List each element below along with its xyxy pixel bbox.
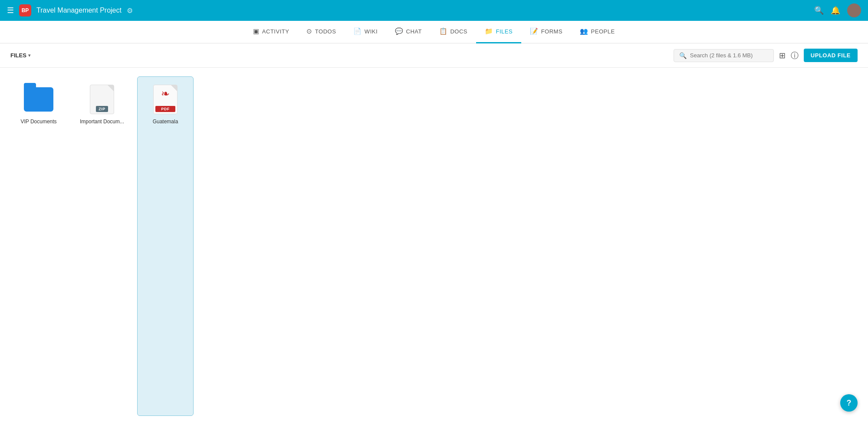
files-grid: VIP Documents ZIP Important Docum... ❧ P… bbox=[0, 68, 868, 422]
folder-shape bbox=[24, 87, 53, 112]
nav-label-files: FILES bbox=[496, 28, 513, 35]
nav-item-wiki[interactable]: 📄 WIKI bbox=[345, 21, 386, 43]
zip-badge: ZIP bbox=[96, 106, 108, 112]
search-icon: 🔍 bbox=[679, 52, 687, 59]
file-card-important-documents[interactable]: ZIP Important Docum... bbox=[74, 76, 130, 416]
topbar-left: ☰ BP Travel Management Project ⚙ bbox=[7, 4, 133, 16]
files-header: FILES ▾ 🔍 ⊞ ⓘ UPLOAD FILE bbox=[0, 43, 868, 68]
nav-label-wiki: WIKI bbox=[365, 28, 378, 35]
gear-icon[interactable]: ⚙ bbox=[127, 7, 133, 15]
nav-item-todos[interactable]: ⊙ TODOS bbox=[298, 21, 345, 43]
nav-item-people[interactable]: 👥 PEOPLE bbox=[571, 21, 624, 43]
avatar[interactable] bbox=[847, 3, 861, 17]
pdf-icon-shape: ❧ PDF bbox=[153, 85, 178, 114]
secondary-nav: ▣ ACTIVITY ⊙ TODOS 📄 WIKI 💬 CHAT 📋 DOCS … bbox=[0, 21, 868, 43]
file-name-guatemala: Guatemala bbox=[153, 119, 178, 125]
people-icon: 👥 bbox=[580, 27, 589, 35]
topbar: ☰ BP Travel Management Project ⚙ 🔍 🔔 bbox=[0, 0, 868, 21]
search-topbar-icon[interactable]: 🔍 bbox=[814, 6, 824, 15]
project-title: Travel Management Project bbox=[36, 7, 122, 14]
nav-label-forms: FORMS bbox=[541, 28, 562, 35]
upload-file-button[interactable]: UPLOAD FILE bbox=[804, 49, 858, 62]
file-name-vip: VIP Documents bbox=[20, 119, 56, 125]
nav-label-todos: TODOS bbox=[315, 28, 336, 35]
wiki-icon: 📄 bbox=[353, 27, 362, 35]
grid-view-icon[interactable]: ⊞ bbox=[779, 51, 786, 60]
nav-item-forms[interactable]: 📝 FORMS bbox=[521, 21, 571, 43]
nav-item-files[interactable]: 📁 FILES bbox=[476, 21, 521, 43]
file-card-guatemala[interactable]: ❧ PDF Guatemala bbox=[137, 76, 194, 416]
chat-icon: 💬 bbox=[395, 27, 404, 35]
breadcrumb-label: FILES bbox=[10, 52, 26, 59]
pdf-acrobat-icon: ❧ bbox=[161, 89, 170, 99]
help-button[interactable]: ? bbox=[840, 394, 858, 412]
folder-icon-vip bbox=[23, 84, 54, 115]
nav-item-chat[interactable]: 💬 CHAT bbox=[386, 21, 431, 43]
pdf-file-icon: ❧ PDF bbox=[150, 84, 181, 115]
search-bar[interactable]: 🔍 bbox=[674, 49, 774, 62]
file-name-important: Important Docum... bbox=[80, 119, 124, 125]
hamburger-icon[interactable]: ☰ bbox=[7, 6, 14, 15]
nav-label-activity: ACTIVITY bbox=[262, 28, 289, 35]
zip-file-icon: ZIP bbox=[86, 84, 118, 115]
pdf-badge: PDF bbox=[155, 106, 175, 112]
nav-label-people: PEOPLE bbox=[591, 28, 615, 35]
app-logo: BP bbox=[19, 4, 31, 16]
breadcrumb[interactable]: FILES ▾ bbox=[10, 52, 30, 59]
info-icon[interactable]: ⓘ bbox=[791, 50, 799, 61]
docs-icon: 📋 bbox=[439, 27, 448, 35]
nav-item-activity[interactable]: ▣ ACTIVITY bbox=[244, 21, 298, 43]
bell-icon[interactable]: 🔔 bbox=[831, 6, 840, 15]
search-input[interactable] bbox=[690, 52, 768, 59]
forms-icon: 📝 bbox=[530, 27, 539, 35]
activity-icon: ▣ bbox=[253, 27, 260, 35]
files-icon: 📁 bbox=[485, 27, 493, 35]
nav-item-docs[interactable]: 📋 DOCS bbox=[431, 21, 476, 43]
nav-label-chat: CHAT bbox=[406, 28, 422, 35]
zip-icon-shape: ZIP bbox=[90, 85, 114, 114]
topbar-right: 🔍 🔔 bbox=[814, 3, 861, 17]
todos-icon: ⊙ bbox=[306, 27, 312, 35]
nav-label-docs: DOCS bbox=[450, 28, 467, 35]
file-card-vip-documents[interactable]: VIP Documents bbox=[10, 76, 67, 416]
chevron-down-icon: ▾ bbox=[28, 53, 30, 58]
files-actions: 🔍 ⊞ ⓘ UPLOAD FILE bbox=[674, 49, 858, 62]
